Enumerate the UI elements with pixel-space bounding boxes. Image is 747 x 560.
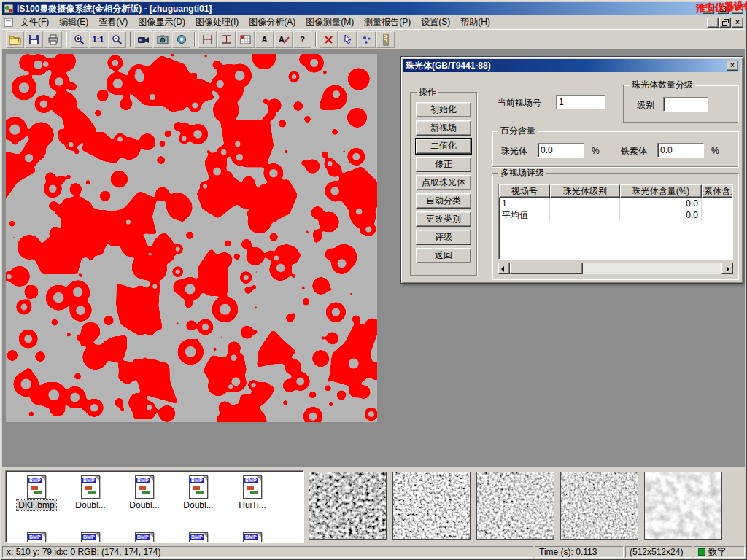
binarize-button[interactable]: 二值化 xyxy=(416,139,471,154)
save-button[interactable] xyxy=(25,31,43,48)
file-item[interactable]: BMP DKF.bmp xyxy=(10,475,63,510)
live-image-button[interactable] xyxy=(172,31,190,48)
level-input[interactable] xyxy=(663,97,708,112)
zoom-out-button[interactable] xyxy=(108,31,126,48)
dialog-title-bar[interactable]: 珠光体(GB/T9441-88) × xyxy=(403,59,740,72)
floppy-icon xyxy=(28,34,39,45)
zoom-out-icon xyxy=(112,34,123,45)
annotate-button[interactable]: A xyxy=(274,31,293,48)
file-name: Doubl... xyxy=(74,500,107,510)
mdi-close-button[interactable]: × xyxy=(732,18,743,28)
mdi-minimize-button[interactable]: _ xyxy=(707,18,719,28)
delete-measure-button[interactable] xyxy=(320,31,338,48)
cell-grade xyxy=(550,209,620,221)
table-row[interactable]: 1 0.0 xyxy=(499,198,732,209)
ruler-icon xyxy=(382,34,390,46)
menu-image-processing[interactable]: 图像处理(I) xyxy=(190,15,244,31)
zoom-in-icon xyxy=(74,34,85,45)
thumbnail-3[interactable] xyxy=(476,472,554,540)
menu-bar: 文件(F) 编辑(E) 查看(V) 图像显示(D) 图像处理(I) 图像分析(A… xyxy=(2,15,745,29)
help-icon: ? xyxy=(300,36,305,44)
thumbnail-5[interactable] xyxy=(644,472,722,540)
text-label-button[interactable]: A xyxy=(255,31,274,48)
help-button[interactable]: ? xyxy=(293,31,311,48)
file-list[interactable]: BMP DKF.bmp BMP Doubl... BMP Doubl... BM… xyxy=(5,470,304,543)
file-item[interactable]: BMP xyxy=(172,532,225,543)
toolbar-separator xyxy=(315,32,317,47)
pointer-select-button[interactable] xyxy=(338,31,357,48)
scrollbar-thumb[interactable] xyxy=(510,262,583,274)
zoom-in-button[interactable] xyxy=(70,31,88,48)
scroll-right-button[interactable] xyxy=(721,262,733,274)
file-name: DKF.bmp xyxy=(17,500,55,510)
video-capture-button[interactable] xyxy=(134,31,152,48)
camera-icon xyxy=(157,34,169,44)
menu-help[interactable]: 帮助(H) xyxy=(455,15,495,31)
measure-length-button[interactable] xyxy=(198,31,217,48)
bmp-badge: BMP xyxy=(28,534,42,540)
table-row[interactable]: 平均值 0.0 xyxy=(499,209,732,221)
menu-image-analysis[interactable]: 图像分析(A) xyxy=(244,15,301,31)
title-bar: IS100显微摄像系统(金相分析版) - [zhuguangti01] _ × xyxy=(2,2,745,15)
menu-file[interactable]: 文件(F) xyxy=(15,15,54,31)
ruler-button[interactable] xyxy=(376,31,395,48)
table-horizontal-scrollbar[interactable] xyxy=(498,262,733,274)
file-item[interactable]: BMP Doubl... xyxy=(64,475,117,510)
file-item[interactable]: BMP HuiTi... xyxy=(226,475,279,510)
pearlite-percent-input[interactable] xyxy=(538,143,584,158)
mdi-restore-button[interactable] xyxy=(719,18,731,28)
caliper-horizontal-icon xyxy=(202,34,213,44)
bmp-badge: BMP xyxy=(190,534,204,540)
file-item[interactable]: BMP xyxy=(226,532,279,543)
new-field-button[interactable]: 新视场 xyxy=(416,120,471,136)
file-item[interactable]: BMP xyxy=(118,532,171,543)
actual-size-button[interactable]: 1:1 xyxy=(89,31,107,48)
initialize-button[interactable]: 初始化 xyxy=(416,102,471,117)
image-size-status: (512x512x24) xyxy=(625,546,692,558)
header-ferrite: 铁素体含量(%) xyxy=(702,184,733,198)
menu-edit[interactable]: 编辑(E) xyxy=(54,15,93,31)
print-button[interactable] xyxy=(44,31,62,48)
menu-measure-report[interactable]: 测量报告(P) xyxy=(359,15,416,31)
menu-view[interactable]: 查看(V) xyxy=(93,15,133,31)
bmp-file-icon: BMP xyxy=(135,532,154,543)
image-canvas[interactable] xyxy=(6,54,377,422)
file-item[interactable]: BMP Doubl... xyxy=(118,475,171,510)
dialog-close-button[interactable]: × xyxy=(727,61,738,71)
header-content: 珠光体含量(%) xyxy=(620,184,702,198)
count-particles-button[interactable] xyxy=(357,31,376,48)
scroll-left-button[interactable] xyxy=(498,262,510,274)
menu-image-display[interactable]: 图像显示(D) xyxy=(133,15,190,31)
current-field-input[interactable] xyxy=(556,95,605,109)
bmp-file-icon: BMP xyxy=(27,475,46,499)
bmp-file-icon: BMP xyxy=(81,475,100,499)
grade-button[interactable]: 评级 xyxy=(416,230,471,245)
pearlite-label: 珠光体 xyxy=(501,146,527,156)
bmp-badge: BMP xyxy=(82,534,96,540)
return-button[interactable]: 返回 xyxy=(416,248,471,263)
open-file-button[interactable] xyxy=(6,31,24,48)
auto-classify-button[interactable]: 自动分类 xyxy=(416,193,471,209)
bmp-file-icon: BMP xyxy=(243,532,262,543)
thumbnail-1[interactable] xyxy=(309,472,387,540)
change-class-button[interactable]: 更改类别 xyxy=(416,211,471,227)
correct-button[interactable]: 修正 xyxy=(416,157,471,172)
grid-measure-button[interactable] xyxy=(236,31,255,48)
ferrite-percent-input[interactable] xyxy=(657,143,704,158)
bmp-file-icon: BMP xyxy=(27,532,46,543)
camera-button[interactable] xyxy=(153,31,171,48)
video-camera-icon xyxy=(137,35,150,44)
mode-status: 数字 xyxy=(694,546,745,558)
thumbnail-2[interactable] xyxy=(392,472,471,540)
file-item[interactable]: BMP xyxy=(10,532,63,543)
menu-image-measure[interactable]: 图像测量(M) xyxy=(301,15,359,31)
measure-width-button[interactable] xyxy=(217,31,236,48)
document-icon xyxy=(4,18,14,27)
file-item[interactable]: BMP xyxy=(64,532,117,543)
pick-pearlite-button[interactable]: 点取珠光体 xyxy=(416,175,471,190)
file-item[interactable]: BMP Doubl... xyxy=(172,475,225,510)
thumbnail-4[interactable] xyxy=(560,472,638,540)
digital-indicator-icon xyxy=(698,548,705,556)
menu-settings[interactable]: 设置(S) xyxy=(416,15,455,31)
grid-icon xyxy=(240,35,251,44)
